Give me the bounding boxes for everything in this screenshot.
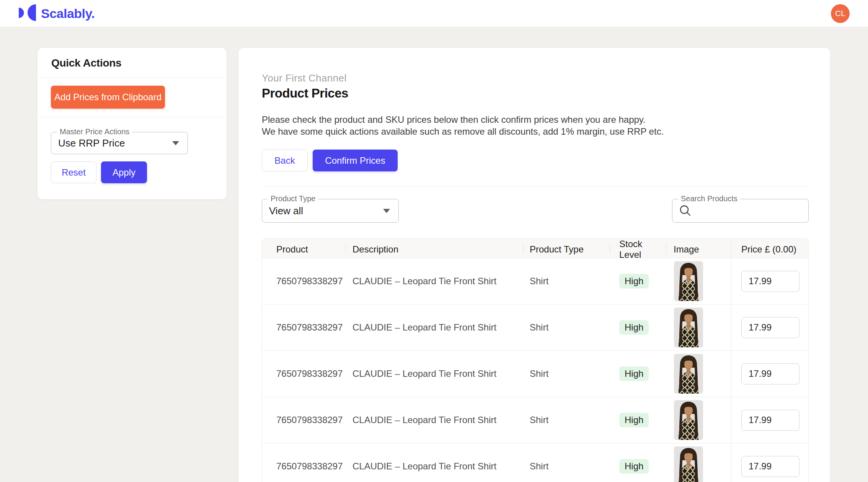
description-cell: CLAUDIE – Leopard Tie Front Shirt	[346, 305, 523, 350]
product-type-cell: Shirt	[523, 305, 610, 350]
product-prices-table: Product Description Product Type Stock L…	[262, 238, 809, 482]
product-image	[674, 354, 703, 394]
top-bar: Scalably. CL	[0, 0, 868, 27]
description-cell: CLAUDIE – Leopard Tie Front Shirt	[346, 397, 523, 443]
image-cell	[666, 397, 731, 443]
description-line-2: We have some quick actions available suc…	[262, 126, 664, 137]
page-description: Please check the product and SKU prices …	[262, 114, 664, 137]
product-id-cell: 7650798338297	[262, 443, 346, 482]
price-input[interactable]	[741, 271, 799, 292]
brand[interactable]: Scalably.	[18, 4, 95, 23]
price-input[interactable]	[741, 363, 799, 384]
stock-level-badge: High	[619, 366, 649, 381]
product-type-cell: Shirt	[523, 258, 610, 304]
stock-level-badge: High	[619, 320, 649, 335]
stock-level-cell: High	[610, 258, 666, 304]
price-cell	[731, 258, 808, 304]
search-icon	[679, 204, 692, 217]
master-price-actions-select[interactable]: Master Price Actions Use RRP Price	[51, 132, 188, 154]
price-cell	[731, 305, 808, 350]
column-header-product[interactable]: Product	[262, 239, 346, 260]
product-id-cell: 7650798338297	[262, 351, 346, 397]
product-prices-card: Your First Channel Product Prices Please…	[238, 47, 830, 482]
quick-actions-title: Quick Actions	[38, 48, 227, 78]
price-cell	[731, 397, 808, 443]
product-image	[674, 400, 703, 440]
reset-button[interactable]: Reset	[51, 161, 96, 183]
avatar-initials: CL	[835, 9, 845, 18]
confirm-prices-button[interactable]: Confirm Prices	[313, 150, 398, 171]
table-row: 7650798338297 CLAUDIE – Leopard Tie Fron…	[262, 397, 808, 443]
stock-level-badge: High	[619, 413, 649, 427]
stock-level-cell: High	[610, 305, 666, 350]
description-cell: CLAUDIE – Leopard Tie Front Shirt	[346, 351, 523, 397]
price-input[interactable]	[741, 456, 799, 477]
product-image	[674, 446, 703, 482]
product-type-cell: Shirt	[523, 397, 610, 443]
chevron-down-icon	[383, 209, 390, 213]
search-products-label: Search Products	[678, 194, 740, 203]
price-cell	[731, 443, 808, 482]
description-line-1: Please check the product and SKU prices …	[262, 114, 646, 125]
product-type-select[interactable]: Product Type View all	[262, 199, 399, 223]
add-prices-from-clipboard-button[interactable]: Add Prices from Clipboard	[51, 86, 165, 109]
app-canvas: Scalably. CL Quick Actions Add Prices fr…	[0, 0, 868, 482]
table-row: 7650798338297 CLAUDIE – Leopard Tie Fron…	[262, 443, 808, 482]
clipboard-section: Add Prices from Clipboard	[38, 78, 227, 117]
stock-level-badge: High	[619, 274, 649, 288]
search-products-field[interactable]: Search Products	[672, 199, 809, 223]
channel-name: Your First Channel	[262, 72, 347, 84]
image-cell	[666, 351, 731, 397]
product-image	[674, 261, 703, 301]
stock-level-cell: High	[610, 443, 666, 482]
product-id-cell: 7650798338297	[262, 258, 346, 304]
table-body: 7650798338297 CLAUDIE – Leopard Tie Fron…	[262, 258, 808, 482]
master-price-actions-value: Use RRP Price	[51, 137, 125, 149]
product-type-label: Product Type	[268, 194, 318, 203]
page-title: Product Prices	[262, 86, 348, 101]
image-cell	[666, 305, 731, 350]
stock-level-badge: High	[619, 459, 649, 474]
brand-name: Scalably.	[41, 6, 95, 21]
user-avatar[interactable]: CL	[831, 4, 850, 23]
price-cell	[731, 351, 808, 397]
divider	[262, 186, 809, 187]
quick-actions-card: Quick Actions Add Prices from Clipboard …	[37, 47, 227, 200]
table-row: 7650798338297 CLAUDIE – Leopard Tie Fron…	[262, 258, 808, 305]
table-header-row: Product Description Product Type Stock L…	[262, 239, 808, 258]
table-row: 7650798338297 CLAUDIE – Leopard Tie Fron…	[262, 305, 808, 351]
scalably-logo-icon	[18, 4, 36, 23]
column-header-price[interactable]: Price £ (0.00)	[731, 239, 808, 260]
description-cell: CLAUDIE – Leopard Tie Front Shirt	[346, 258, 523, 304]
back-button[interactable]: Back	[262, 150, 308, 171]
search-input[interactable]	[695, 205, 800, 217]
product-type-value: View all	[262, 205, 303, 217]
column-header-description[interactable]: Description	[346, 239, 523, 260]
stock-level-cell: High	[610, 351, 666, 397]
chevron-down-icon	[172, 141, 179, 145]
description-cell: CLAUDIE – Leopard Tie Front Shirt	[346, 443, 523, 482]
image-cell	[666, 443, 731, 482]
image-cell	[666, 258, 731, 304]
column-header-product-type[interactable]: Product Type	[523, 239, 610, 260]
product-image	[674, 308, 703, 347]
column-header-image[interactable]: Image	[666, 239, 731, 260]
product-id-cell: 7650798338297	[262, 397, 346, 443]
column-header-stock-level[interactable]: Stock Level	[610, 239, 666, 260]
table-row: 7650798338297 CLAUDIE – Leopard Tie Fron…	[262, 351, 808, 397]
price-input[interactable]	[741, 317, 799, 338]
product-id-cell: 7650798338297	[262, 305, 346, 350]
master-price-actions-label: Master Price Actions	[57, 127, 132, 136]
stock-level-cell: High	[610, 397, 666, 443]
apply-button[interactable]: Apply	[101, 161, 147, 183]
product-type-cell: Shirt	[523, 351, 610, 397]
product-type-cell: Shirt	[523, 443, 610, 482]
price-input[interactable]	[741, 410, 799, 431]
